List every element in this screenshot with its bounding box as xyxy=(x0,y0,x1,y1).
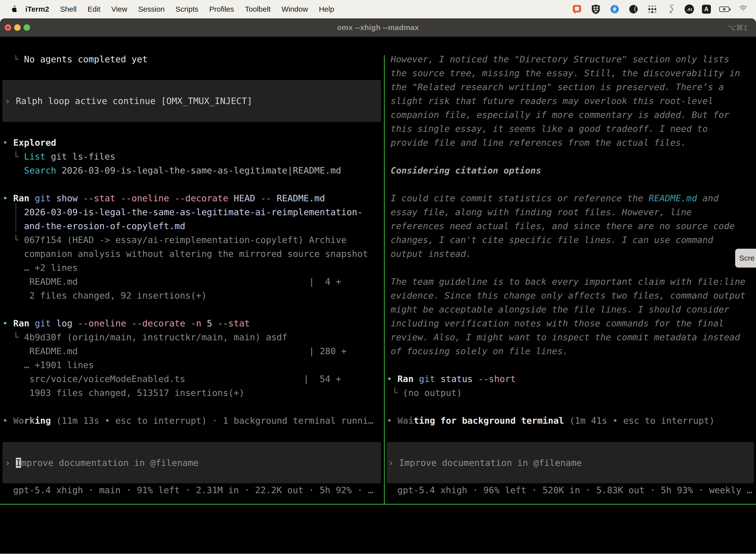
menu-item-scripts[interactable]: Scripts xyxy=(170,5,204,13)
terminal-text-segment: changes, I can't cite specific file line… xyxy=(391,235,713,245)
terminal-line xyxy=(387,358,756,372)
terminal-text-segment: └ xyxy=(2,235,24,245)
menu-item-window[interactable]: Window xyxy=(276,5,314,13)
terminal-text-segment: └ xyxy=(387,388,403,398)
terminal-text-segment: of focusing solely on file lines. xyxy=(391,346,568,356)
right-input-text: Improve documentation in @filename xyxy=(399,458,582,468)
terminal-line: and-the-erosion-of-copyleft.md xyxy=(2,219,384,233)
terminal-line: … +1901 lines xyxy=(2,358,384,372)
terminal-text-segment: the "Related research writing" section i… xyxy=(391,82,724,92)
terminal-text-segment: git xyxy=(35,193,51,203)
moon-circle-icon[interactable] xyxy=(628,4,639,15)
menu-bar-left: iTerm2ShellEditViewSessionScriptsProfile… xyxy=(0,5,339,13)
terminal-text-segment: README.md xyxy=(649,193,697,203)
left-status-line: gpt-5.4 xhigh · main · 91% left · 2.31M … xyxy=(2,483,384,497)
shield-grid-icon[interactable] xyxy=(590,4,601,15)
terminal-text-segment: including verification notes with those … xyxy=(391,318,724,328)
right-pane[interactable]: However, I noticed the "Directory Struct… xyxy=(385,55,756,504)
terminal-text-segment: provide file and line references from th… xyxy=(391,137,686,148)
left-pane[interactable]: └ No agents completed yet ›Ralph loop ac… xyxy=(0,55,384,504)
window-title-bar[interactable]: omx --xhigh --madmax ⌥⌘1 xyxy=(0,18,756,37)
traffic-lights xyxy=(5,24,30,31)
menu-item-edit[interactable]: Edit xyxy=(82,5,106,13)
apple-menu-icon[interactable] xyxy=(9,5,19,13)
terminal-text-segment: evidence. Since this change only affects… xyxy=(391,290,745,300)
menu-item-profiles[interactable]: Profiles xyxy=(204,5,239,13)
right-input-box[interactable]: ›Improve documentation in @filename xyxy=(387,442,754,483)
lightning-badge-icon[interactable] xyxy=(609,4,620,15)
terminal-text-segment: README.md | 4 + xyxy=(2,277,341,287)
terminal-line: this single essay, it seems like a good … xyxy=(387,122,756,136)
menu-item-view[interactable]: View xyxy=(106,5,133,13)
terminal-text-segment: List xyxy=(24,151,46,162)
terminal-line xyxy=(2,177,384,191)
close-button[interactable] xyxy=(5,24,11,31)
terminal-line: └ 4b9d30f (origin/main, instructkr/main,… xyxy=(2,330,384,344)
terminal-line: companion analysis without altering the … xyxy=(2,247,384,261)
terminal-text-segment: --stat xyxy=(217,318,250,328)
zoom-button[interactable] xyxy=(23,24,30,31)
terminal-text-segment: git xyxy=(419,374,435,384)
terminal-line xyxy=(387,177,756,191)
terminal-line: evidence. Since this change only affects… xyxy=(387,289,756,302)
menu-bar-status-icons: ..61 A xyxy=(571,4,756,15)
terminal-line xyxy=(387,400,756,414)
terminal-text-segment: • xyxy=(2,137,13,148)
squiggle-glyph xyxy=(668,4,675,14)
terminal-text-segment: output instead. xyxy=(391,249,471,259)
terminal-text-segment xyxy=(29,193,35,203)
dots-grid-icon[interactable] xyxy=(647,4,658,15)
terminal-line: • Working (11m 13s • esc to interrupt) ·… xyxy=(2,414,384,428)
terminal-text-segment: 1903 files changed, 513517 insertions(+) xyxy=(2,388,244,398)
terminal-text-segment: companion file, especially if more comme… xyxy=(391,110,729,120)
terminal-line: 2026-03-09-is-legal-the-same-as-legitima… xyxy=(2,205,384,219)
apple-logo-glyph xyxy=(11,5,17,13)
terminal-line: src/voice/voiceModeEnabled.ts | 54 + xyxy=(2,372,384,386)
input-source-icon[interactable]: A xyxy=(702,5,711,14)
menu-item-session[interactable]: Session xyxy=(133,5,170,13)
terminal-line: slight risk that future readers may over… xyxy=(387,94,756,108)
squiggle-icon[interactable] xyxy=(666,4,677,15)
text-cursor: I xyxy=(16,458,21,468)
terminal-text-segment: (1m 41s • esc to interrupt) xyxy=(564,416,714,426)
terminal-text-segment: rk xyxy=(24,416,35,426)
menu-item-shell[interactable]: Shell xyxy=(55,5,82,13)
percent-badge-label: ..61 xyxy=(686,7,692,11)
terminal-text-segment: No agents completed yet xyxy=(24,55,148,64)
omx-status-pane: [OMX#0.11.9] cczip/essay/ai-reimplementa… xyxy=(0,541,756,554)
menu-item-iterm2[interactable]: iTerm2 xyxy=(25,5,55,13)
terminal-line: └ No agents completed yet xyxy=(2,55,384,66)
clipped-screen-chip: Scre xyxy=(735,249,756,268)
terminal-line: 1903 files changed, 513517 insertions(+) xyxy=(2,386,384,400)
battery-icon[interactable] xyxy=(719,4,730,15)
wifi-icon[interactable] xyxy=(738,4,749,15)
terminal-text-segment: Ran xyxy=(397,374,414,384)
terminal-line: references need actual files, and since … xyxy=(387,219,756,233)
menu-bar: iTerm2ShellEditViewSessionScriptsProfile… xyxy=(0,0,756,18)
terminal-text-segment: the source tree, missing the essay. Stil… xyxy=(391,68,740,78)
terminal-line: • Explored xyxy=(2,136,384,150)
minimize-button[interactable] xyxy=(14,24,20,31)
terminal-text-segment: └ xyxy=(2,332,24,342)
left-input-box[interactable]: ›Improve documentation in @filename xyxy=(2,442,381,483)
terminal-text-segment: Explored xyxy=(13,137,56,148)
terminal-line: The team guideline is to back every impo… xyxy=(387,275,756,289)
chat-bubble-icon[interactable] xyxy=(571,4,582,15)
terminal-text-segment: ing xyxy=(35,416,51,426)
clipped-screen-label: Scre xyxy=(739,254,755,262)
terminal-text-segment: Ran xyxy=(13,318,29,328)
left-input-text: mprove documentation in @filename xyxy=(21,458,198,468)
input-source-label: A xyxy=(704,6,708,13)
terminal-text-segment: git xyxy=(35,318,51,328)
terminal-text-segment: src/voice/voiceModeEnabled.ts | 54 + xyxy=(2,374,341,384)
menu-item-toolbelt[interactable]: Toolbelt xyxy=(240,5,276,13)
terminal-text-segment: … +2 lines xyxy=(2,263,78,273)
terminal-text-segment: Wo xyxy=(13,416,24,426)
terminal-line: └ (no output) xyxy=(387,386,756,400)
terminal-line: companion file, especially if more comme… xyxy=(387,108,756,122)
terminal-text-segment: README.md xyxy=(271,193,325,203)
prompt-chevron: › xyxy=(5,458,10,468)
menu-item-help[interactable]: Help xyxy=(314,5,340,13)
percent-badge-icon[interactable]: ..61 xyxy=(685,4,694,14)
terminal-line: the source tree, missing the essay. Stil… xyxy=(387,66,756,80)
